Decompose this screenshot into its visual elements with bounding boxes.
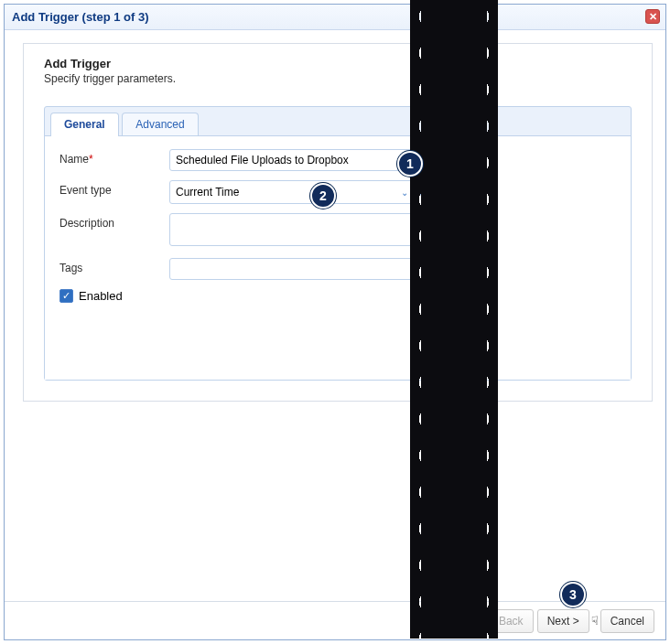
tags-label: Tags (59, 258, 169, 274)
next-button[interactable]: Next > (537, 609, 589, 633)
dialog-window: Add Trigger (step 1 of 3) ✕ Add Trigger … (4, 4, 666, 640)
callout-3: 3 (560, 582, 586, 607)
row-description: Description (59, 213, 616, 249)
tab-strip: General Advanced (45, 107, 631, 136)
tab-label: General (64, 118, 105, 131)
page-subtitle: Specify trigger parameters. (44, 72, 632, 85)
callout-1: 1 (397, 151, 423, 177)
close-icon[interactable]: ✕ (645, 9, 660, 24)
name-input[interactable] (169, 149, 435, 171)
required-marker: * (89, 153, 93, 166)
wizard-footer: < Back Next > ☟ Cancel (5, 601, 665, 639)
description-input[interactable] (169, 213, 435, 246)
row-enabled: ✓ Enabled (59, 289, 616, 303)
enabled-checkbox[interactable]: ✓ (59, 289, 73, 303)
tab-label: Advanced (135, 118, 184, 131)
tab-panel: General Advanced Name* Event type (44, 106, 632, 381)
cursor-icon: ☟ (591, 614, 599, 628)
window-title: Add Trigger (step 1 of 3) (12, 10, 149, 24)
name-label: Name* (59, 149, 169, 166)
row-event-type: Event type Current Time ⌄ ? (59, 180, 616, 204)
tags-input[interactable] (169, 258, 435, 280)
tab-general[interactable]: General (50, 113, 119, 135)
tab-advanced[interactable]: Advanced (122, 113, 198, 135)
chevron-down-icon: ⌄ (401, 188, 408, 198)
enabled-label: Enabled (79, 289, 123, 303)
row-tags: Tags (59, 258, 616, 280)
wizard-heading: Add Trigger Specify trigger parameters. (24, 44, 652, 89)
page-title: Add Trigger (44, 57, 632, 70)
event-type-select[interactable]: Current Time ⌄ (169, 180, 415, 204)
description-label: Description (59, 213, 169, 230)
event-type-label: Event type (59, 180, 169, 197)
row-name: Name* (59, 149, 616, 171)
torn-overlay (421, 0, 487, 639)
callout-2: 2 (310, 183, 336, 209)
titlebar: Add Trigger (step 1 of 3) ✕ (5, 5, 665, 30)
wizard-panel: Add Trigger Specify trigger parameters. … (23, 43, 653, 402)
tab-body-general: Name* Event type Current Time ⌄ ? (45, 136, 631, 380)
cancel-button[interactable]: Cancel (600, 609, 654, 633)
event-type-value: Current Time (176, 186, 239, 199)
